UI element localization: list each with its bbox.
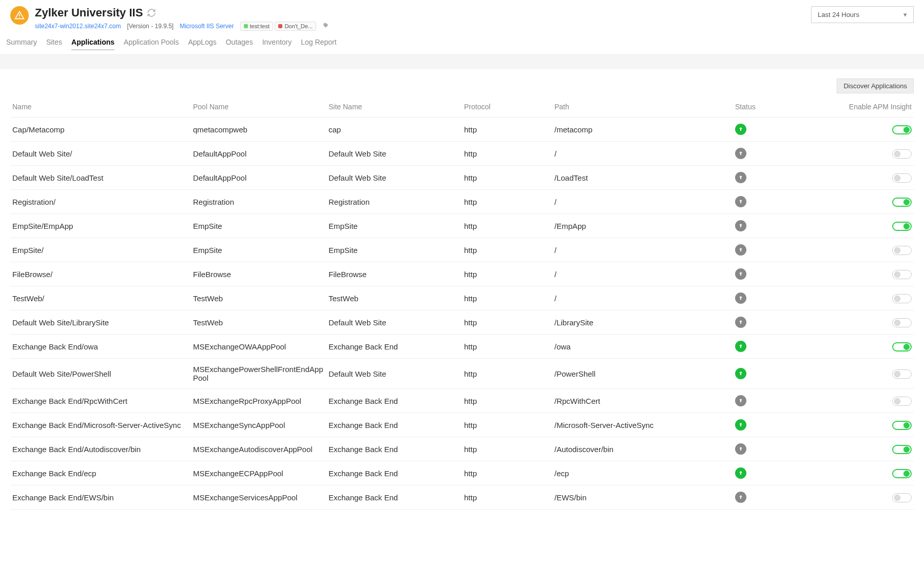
- tag-icon[interactable]: [322, 22, 329, 30]
- col-pool[interactable]: Pool Name: [191, 97, 326, 118]
- apm-toggle[interactable]: [892, 270, 912, 279]
- tab-inventory[interactable]: Inventory: [262, 38, 292, 50]
- cell-path: /owa: [552, 335, 733, 359]
- col-status[interactable]: Status: [733, 97, 823, 118]
- header-tag[interactable]: Don't_De...: [275, 22, 316, 31]
- tab-summary[interactable]: Summary: [6, 38, 37, 50]
- cell-pool: TestWeb: [191, 286, 326, 310]
- cell-proto: http: [462, 461, 552, 485]
- col-site[interactable]: Site Name: [326, 97, 462, 118]
- cell-proto: http: [462, 310, 552, 335]
- chevron-down-icon: ▾: [903, 11, 907, 18]
- cell-proto: http: [462, 214, 552, 238]
- apm-toggle[interactable]: [892, 125, 912, 134]
- status-up-icon: [735, 341, 746, 352]
- tab-applogs[interactable]: AppLogs: [188, 38, 216, 50]
- cell-status: [733, 310, 823, 335]
- cell-pool: MSExchangePowerShellFrontEndAppPool: [191, 359, 326, 389]
- apm-toggle[interactable]: [892, 397, 912, 406]
- cell-status: [733, 389, 823, 413]
- col-path[interactable]: Path: [552, 97, 733, 118]
- cell-path: /: [552, 142, 733, 166]
- cell-site: Exchange Back End: [326, 389, 462, 413]
- apm-toggle[interactable]: [892, 445, 912, 454]
- toggle-knob: [903, 471, 910, 477]
- discover-applications-button[interactable]: Discover Applications: [837, 79, 914, 93]
- cell-site: EmpSite: [326, 214, 462, 238]
- server-type-link[interactable]: Microsoft IIS Server: [180, 23, 234, 30]
- tab-applications[interactable]: Applications: [71, 38, 114, 50]
- apm-toggle[interactable]: [892, 369, 912, 379]
- table-row: Default Web Site/PowerShellMSExchangePow…: [10, 359, 914, 389]
- time-range-select[interactable]: Last 24 Hours ▾: [811, 6, 914, 23]
- apm-toggle[interactable]: [892, 342, 912, 352]
- toggle-knob: [903, 446, 910, 453]
- cell-proto: http: [462, 359, 552, 389]
- toggle-knob: [894, 371, 900, 377]
- cell-path: /RpcWithCert: [552, 389, 733, 413]
- cell-name: EmpSite/EmpApp: [10, 214, 191, 238]
- toggle-knob: [894, 495, 900, 501]
- table-row: Exchange Back End/ecpMSExchangeECPAppPoo…: [10, 461, 914, 485]
- apm-toggle[interactable]: [892, 318, 912, 327]
- tab-bar: SummarySitesApplicationsApplication Pool…: [0, 31, 924, 55]
- apm-toggle[interactable]: [892, 173, 912, 183]
- apm-toggle[interactable]: [892, 149, 912, 159]
- toggle-knob: [894, 151, 900, 157]
- table-row: EmpSite/EmpAppEmpSiteEmpSitehttp/EmpApp: [10, 214, 914, 238]
- apm-toggle[interactable]: [892, 222, 912, 231]
- host-link[interactable]: site24x7-win2012.site24x7.com: [35, 23, 121, 30]
- cell-pool: EmpSite: [191, 214, 326, 238]
- cell-site: Default Web Site: [326, 359, 462, 389]
- apm-toggle[interactable]: [892, 294, 912, 303]
- status-idle-icon: [735, 292, 746, 304]
- apm-toggle[interactable]: [892, 421, 912, 430]
- apm-toggle[interactable]: [892, 469, 912, 478]
- apm-toggle[interactable]: [892, 493, 912, 502]
- cell-status: [733, 413, 823, 437]
- time-range-value: Last 24 Hours: [818, 11, 859, 18]
- col-toggle[interactable]: Enable APM Insight: [823, 97, 914, 118]
- refresh-icon[interactable]: [147, 8, 156, 17]
- toggle-knob: [894, 296, 900, 302]
- cell-apm-toggle: [823, 262, 914, 286]
- cell-name: Exchange Back End/EWS/bin: [10, 485, 191, 510]
- header-subrow: site24x7-win2012.site24x7.com [Version -…: [35, 22, 329, 31]
- cell-status: [733, 461, 823, 485]
- cell-status: [733, 238, 823, 262]
- cell-site: Exchange Back End: [326, 485, 462, 510]
- tab-sites[interactable]: Sites: [46, 38, 62, 50]
- tab-application-pools[interactable]: Application Pools: [124, 38, 179, 50]
- cell-apm-toggle: [823, 118, 914, 142]
- page-title: Zylker University IIS: [35, 6, 143, 19]
- cell-status: [733, 166, 823, 190]
- status-idle-icon: [735, 244, 746, 256]
- toggle-knob: [894, 320, 900, 326]
- header-tag[interactable]: test:test: [240, 22, 274, 31]
- status-up-icon: [735, 124, 746, 135]
- cell-proto: http: [462, 190, 552, 214]
- cell-status: [733, 286, 823, 310]
- cell-name: Exchange Back End/Autodiscover/bin: [10, 437, 191, 461]
- apm-toggle[interactable]: [892, 246, 912, 255]
- cell-pool: MSExchangeSyncAppPool: [191, 413, 326, 437]
- cell-name: Default Web Site/LoadTest: [10, 166, 191, 190]
- col-name[interactable]: Name: [10, 97, 191, 118]
- cell-pool: qmetacompweb: [191, 118, 326, 142]
- cell-status: [733, 142, 823, 166]
- cell-proto: http: [462, 166, 552, 190]
- cell-status: [733, 335, 823, 359]
- cell-pool: Registration: [191, 190, 326, 214]
- tab-log-report[interactable]: Log Report: [301, 38, 336, 50]
- apm-toggle[interactable]: [892, 198, 912, 207]
- cell-proto: http: [462, 413, 552, 437]
- col-proto[interactable]: Protocol: [462, 97, 552, 118]
- cell-site: Exchange Back End: [326, 461, 462, 485]
- tab-outages[interactable]: Outages: [226, 38, 253, 50]
- cell-pool: MSExchangeOWAAppPool: [191, 335, 326, 359]
- table-row: EmpSite/EmpSiteEmpSitehttp/: [10, 238, 914, 262]
- table-row: Default Web Site/LoadTestDefaultAppPoolD…: [10, 166, 914, 190]
- tag-label: test:test: [250, 23, 270, 29]
- table-row: FileBrowse/FileBrowseFileBrowsehttp/: [10, 262, 914, 286]
- cell-status: [733, 190, 823, 214]
